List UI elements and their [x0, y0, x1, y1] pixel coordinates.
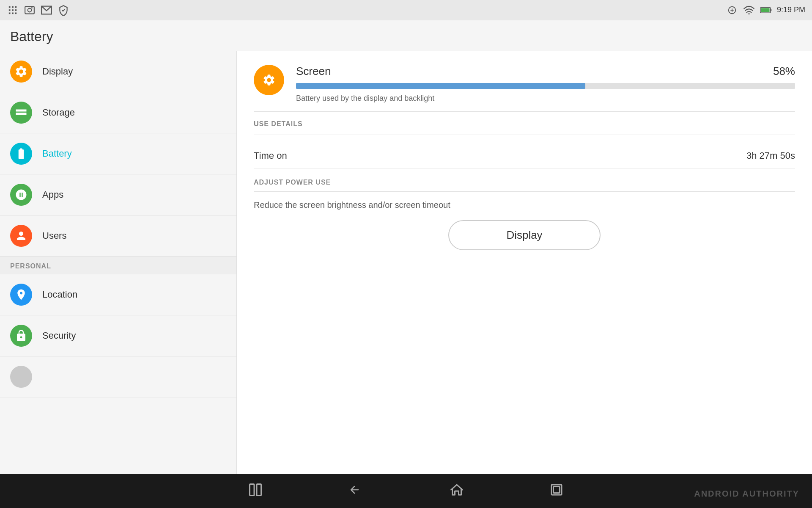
svg-rect-9 — [25, 6, 34, 14]
sidebar-label-users: Users — [42, 230, 66, 241]
svg-rect-7 — [12, 12, 14, 14]
recent-windows-button[interactable] — [549, 482, 564, 500]
section-header-personal: PERSONAL — [0, 257, 236, 274]
sidebar-label-display: Display — [42, 66, 73, 77]
progress-bar-fill — [296, 83, 585, 89]
content-area: Screen 58% Battery used by the display a… — [237, 51, 812, 505]
svg-rect-16 — [761, 8, 769, 12]
screen-item-icon — [254, 65, 284, 95]
time-display: 9:19 PM — [777, 6, 805, 14]
status-bar-right: 9:19 PM — [726, 4, 805, 16]
sidebar-item-display[interactable]: Display — [0, 51, 236, 92]
security-icon-circle — [10, 325, 32, 347]
adjust-power-header: ADJUST POWER USE — [254, 179, 795, 186]
sidebar-item-location[interactable]: Location — [0, 274, 236, 315]
page-title: Battery — [10, 29, 802, 44]
sidebar-label-location: Location — [42, 289, 77, 300]
svg-rect-1 — [12, 6, 14, 8]
apps-icon-circle — [10, 184, 32, 206]
sidebar-item-storage[interactable]: Storage — [0, 92, 236, 133]
back-button[interactable] — [348, 482, 365, 500]
sidebar-label-battery: Battery — [42, 148, 72, 159]
divider-2 — [254, 135, 795, 135]
screen-name: Screen — [296, 65, 331, 78]
svg-rect-5 — [15, 9, 17, 11]
users-icon-circle — [10, 225, 32, 247]
partial-icon-circle — [10, 366, 32, 388]
sidebar-item-users[interactable]: Users — [0, 215, 236, 257]
home-button[interactable] — [449, 482, 464, 500]
bottom-nav-center — [248, 482, 564, 500]
photo-icon — [24, 4, 36, 16]
brand-label: ANDROID AUTHORITY — [694, 489, 799, 499]
svg-rect-8 — [15, 12, 17, 14]
svg-point-17 — [24, 110, 25, 111]
screen-item: Screen 58% Battery used by the display a… — [254, 65, 795, 103]
status-bar-left — [7, 4, 69, 16]
time-on-row: Time on 3h 27m 50s — [254, 144, 795, 168]
wifi-icon — [743, 4, 755, 16]
svg-rect-0 — [9, 6, 11, 8]
grid-icon — [7, 4, 19, 16]
adjust-power-desc: Reduce the screen brightness and/or scre… — [254, 200, 795, 210]
sidebar-label-storage: Storage — [42, 107, 75, 118]
sidebar: Display Storage Battery — [0, 51, 237, 505]
divider-1 — [254, 111, 795, 112]
svg-rect-3 — [9, 9, 11, 11]
display-icon-circle — [10, 61, 32, 83]
status-bar: 9:19 PM — [0, 0, 812, 20]
svg-rect-2 — [15, 6, 17, 8]
screen-item-header: Screen 58% — [296, 65, 795, 78]
battery-icon — [760, 4, 772, 16]
page-title-bar: Battery — [0, 20, 812, 51]
svg-rect-4 — [12, 9, 14, 11]
svg-point-18 — [24, 113, 25, 115]
svg-point-13 — [748, 13, 749, 14]
recent-apps-button[interactable] — [248, 482, 263, 500]
sidebar-item-partial[interactable] — [0, 356, 236, 398]
svg-point-11 — [31, 7, 33, 8]
shield-icon — [58, 4, 69, 16]
location-icon-circle — [10, 284, 32, 306]
main-container: Display Storage Battery — [0, 51, 812, 505]
svg-rect-22 — [554, 486, 560, 493]
storage-icon-circle — [10, 102, 32, 124]
sidebar-item-apps[interactable]: Apps — [0, 174, 236, 215]
display-button[interactable]: Display — [448, 220, 601, 250]
svg-point-10 — [28, 8, 32, 12]
svg-rect-15 — [771, 9, 771, 11]
sidebar-item-battery[interactable]: Battery — [0, 133, 236, 174]
time-on-value: 3h 27m 50s — [746, 150, 795, 161]
sidebar-label-security: Security — [42, 330, 76, 341]
battery-icon-circle — [10, 143, 32, 165]
time-on-label: Time on — [254, 150, 287, 161]
mail-icon — [41, 4, 52, 16]
sidebar-label-apps: Apps — [42, 189, 63, 200]
screen-percent: 58% — [773, 65, 795, 78]
svg-rect-20 — [257, 484, 261, 495]
use-details-header: USE DETAILS — [254, 120, 795, 128]
sidebar-item-security[interactable]: Security — [0, 315, 236, 356]
screen-lock-icon — [726, 4, 738, 16]
progress-bar-container — [296, 83, 795, 89]
bottom-nav: ANDROID AUTHORITY — [0, 474, 812, 508]
screen-item-details: Screen 58% Battery used by the display a… — [296, 65, 795, 103]
divider-3 — [254, 191, 795, 192]
screen-description: Battery used by the display and backligh… — [296, 94, 434, 102]
svg-rect-19 — [250, 484, 255, 495]
svg-rect-6 — [9, 12, 11, 14]
